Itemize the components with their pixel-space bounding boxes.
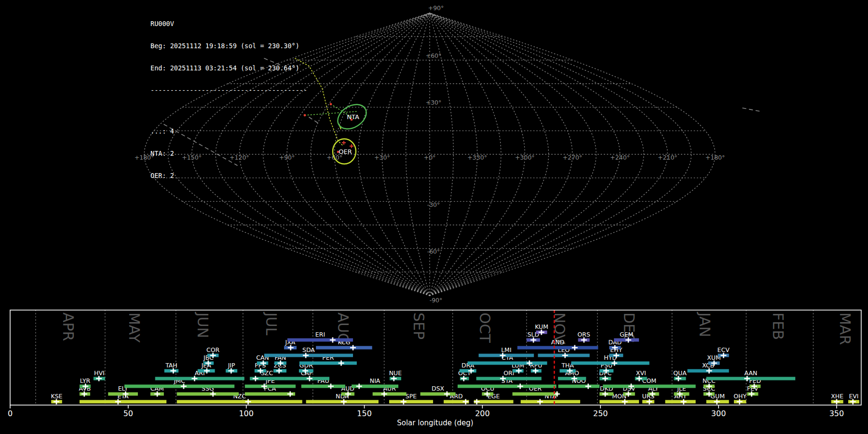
shower-peak-marker bbox=[401, 399, 407, 405]
shower-peak-marker bbox=[602, 376, 608, 381]
shower-bar-oer bbox=[513, 393, 558, 396]
shower-bar-noo bbox=[558, 385, 600, 388]
shower-peak-marker bbox=[706, 368, 712, 374]
shower-peak-marker bbox=[537, 399, 543, 405]
shower-peak-marker bbox=[96, 376, 102, 381]
begin-time: Beg: 20251112 19:18:59 (sol = 230.30°) bbox=[150, 42, 307, 50]
shower-peak-marker bbox=[391, 376, 397, 381]
shower-label-jip: JIP bbox=[228, 362, 235, 369]
shower-bar-dsx bbox=[420, 393, 456, 396]
shower-peak-marker bbox=[720, 353, 726, 358]
x-tick-label: 300 bbox=[711, 409, 726, 418]
shower-label-ohy: OHY bbox=[733, 393, 746, 400]
equator-label: +180° bbox=[705, 154, 725, 161]
shower-peak-marker bbox=[54, 399, 59, 405]
latitude-label: +60° bbox=[426, 52, 442, 59]
shower-bar-eta bbox=[80, 400, 166, 404]
shower-bar-hyd bbox=[571, 362, 650, 365]
shower-bar-ahy bbox=[665, 400, 695, 404]
shower-peak-marker bbox=[581, 338, 587, 343]
shower-bar-ssg bbox=[177, 393, 239, 396]
shower-bar-kcg bbox=[316, 346, 372, 350]
shower-peak-marker bbox=[622, 399, 628, 405]
shower-label-kse: KSE bbox=[51, 393, 62, 400]
shower-label-ecv: ECV bbox=[718, 346, 730, 353]
shower-peak-marker bbox=[517, 384, 523, 389]
month-label-may: MAY bbox=[126, 312, 143, 343]
shower-peak-marker bbox=[533, 368, 539, 374]
shower-peak-marker bbox=[253, 376, 258, 381]
shower-label-eri: ERI bbox=[315, 331, 325, 338]
shower-peak-marker bbox=[737, 399, 743, 405]
shower-bar-sta bbox=[458, 385, 556, 388]
shower-label-xhe: XHE bbox=[831, 393, 843, 400]
x-tick-label: 200 bbox=[475, 409, 490, 418]
shower-label-nia: NIA bbox=[370, 377, 380, 384]
shower-peak-marker bbox=[228, 368, 234, 374]
shower-peak-marker bbox=[681, 399, 687, 405]
month-label-oct: OCT bbox=[476, 312, 493, 343]
shower-bar-pau bbox=[301, 385, 345, 388]
shower-peak-marker bbox=[339, 361, 344, 366]
shower-bar-nta bbox=[521, 400, 580, 404]
shower-label-lyr: LYR bbox=[80, 377, 91, 384]
shower-label-lmi: LMI bbox=[501, 346, 511, 353]
shower-label-xvi: XVI bbox=[636, 369, 646, 377]
meteor-endpoint-marker bbox=[330, 103, 332, 106]
x-axis-title: Solar longitude (deg) bbox=[397, 419, 473, 427]
shower-label-cor: COR bbox=[206, 346, 220, 353]
shower-peak-marker bbox=[474, 399, 480, 405]
shower-peak-marker bbox=[328, 384, 334, 389]
pole-south-label: -90° bbox=[430, 297, 443, 304]
shower-peak-marker bbox=[204, 368, 210, 374]
end-time: End: 20251113 03:21:54 (sol = 230.64°) bbox=[150, 65, 307, 72]
shower-peak-marker bbox=[463, 399, 469, 405]
shower-bar-ori bbox=[476, 377, 542, 380]
shower-bar-cta bbox=[468, 362, 547, 365]
radiant-label-oer: OER bbox=[339, 148, 352, 155]
shower-peak-marker bbox=[602, 392, 608, 397]
meteor-cross-marker bbox=[350, 144, 353, 148]
count-sporadic: ...: 4 bbox=[150, 128, 307, 135]
latitude-label: -30° bbox=[427, 201, 440, 208]
latitude-label: +30° bbox=[426, 99, 442, 106]
month-label-feb: FEB bbox=[770, 312, 787, 340]
shower-bar-ege bbox=[474, 400, 514, 404]
shower-label-dsx: DSX bbox=[432, 385, 445, 392]
month-label-sep: SEP bbox=[410, 312, 427, 339]
x-tick-label: 250 bbox=[593, 409, 608, 418]
shower-peak-marker bbox=[350, 345, 356, 351]
shower-bar-aur bbox=[373, 393, 407, 396]
count-nta: NTA: 2 bbox=[150, 150, 307, 157]
shower-peak-marker bbox=[307, 376, 312, 381]
shower-peak-marker bbox=[749, 392, 755, 397]
shower-peak-marker bbox=[637, 376, 642, 381]
shower-peak-marker bbox=[585, 384, 591, 389]
shower-peak-marker bbox=[356, 384, 362, 389]
shower-peak-marker bbox=[154, 392, 160, 397]
shower-bar-com bbox=[603, 385, 695, 388]
count-oer: OER: 2 bbox=[150, 172, 307, 179]
equator-label: +210° bbox=[658, 154, 678, 161]
latitude-label: -60° bbox=[427, 248, 440, 255]
pole-north-label: +90° bbox=[428, 4, 444, 12]
equator-label: +30° bbox=[374, 154, 390, 161]
x-tick-label: 150 bbox=[357, 409, 372, 418]
x-tick-label: 100 bbox=[239, 409, 254, 418]
observation-header: RU000V Beg: 20251112 19:18:59 (sol = 230… bbox=[150, 5, 307, 187]
shower-peak-marker bbox=[81, 392, 87, 397]
shower-label-evi: EVI bbox=[849, 393, 858, 400]
equator-label: +300° bbox=[515, 154, 535, 161]
shower-bar-nzc bbox=[177, 400, 302, 404]
shower-label-gem: GEM bbox=[620, 331, 633, 338]
shower-label-sda: SDA bbox=[302, 346, 315, 353]
shower-peak-marker bbox=[444, 392, 450, 397]
shower-label-nue: NUE bbox=[389, 369, 402, 377]
shower-bar-lmi bbox=[479, 354, 534, 357]
shower-peak-marker bbox=[341, 399, 347, 405]
scene-canvas: +90°-90°+60°+30°-30°-60°+180°+150°+120°+… bbox=[0, 0, 868, 434]
shower-peak-marker bbox=[288, 345, 294, 351]
shower-label-tah: TAH bbox=[165, 362, 177, 369]
shower-bar-mon bbox=[599, 400, 639, 404]
shower-peak-marker bbox=[850, 399, 856, 405]
